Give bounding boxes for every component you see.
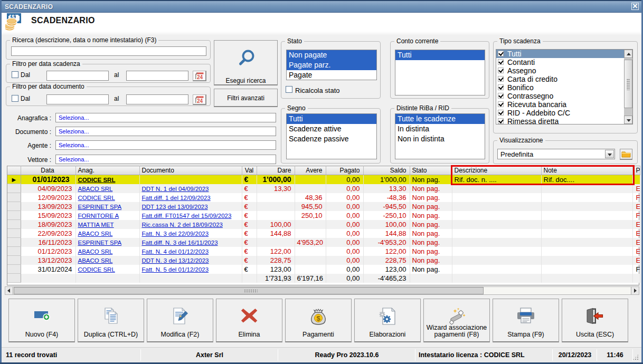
svg-text:24: 24 — [197, 98, 203, 104]
svg-text:24: 24 — [197, 74, 203, 80]
svg-text:$: $ — [316, 314, 320, 322]
